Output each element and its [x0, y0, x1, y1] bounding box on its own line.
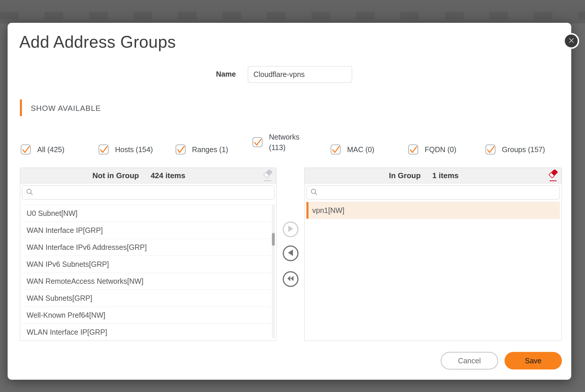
- list-item[interactable]: WAN IPv6 Subnets[GRP]: [22, 256, 275, 273]
- eraser-icon-red: [548, 178, 558, 183]
- eraser-icon: [262, 178, 273, 183]
- list-item[interactable]: Well-Known Pref64[NW]: [22, 307, 275, 324]
- scrollbar-track[interactable]: [272, 204, 275, 338]
- save-button[interactable]: Save: [505, 352, 562, 369]
- not-in-group-header: Not in Group 424 items: [20, 168, 276, 183]
- page-title: Add Address Groups: [19, 32, 176, 51]
- scrolled-row-sliver: [22, 200, 275, 205]
- clear-selection-button[interactable]: [262, 170, 273, 182]
- filter-label: Networks (113): [269, 132, 306, 153]
- list-item[interactable]: WAN Subnets[GRP]: [22, 290, 275, 307]
- panel-title: In Group: [389, 171, 421, 180]
- section-indicator-bar: [20, 99, 22, 116]
- filter-networks[interactable]: Networks (113): [253, 132, 306, 153]
- move-left-button[interactable]: [283, 245, 298, 261]
- filter-label: Ranges (1): [192, 144, 228, 155]
- screen: Add Address Groups Name SHOW AVAILABLE A…: [0, 0, 585, 392]
- filter-label: Hosts (154): [115, 144, 153, 155]
- close-button[interactable]: [563, 33, 579, 49]
- list-item[interactable]: WLAN Interface IP[GRP]: [22, 324, 275, 340]
- search-input[interactable]: [320, 185, 560, 200]
- filter-mac[interactable]: MAC (0): [331, 144, 374, 155]
- arrow-left-icon: [287, 249, 294, 257]
- filter-label: Groups (157): [502, 144, 545, 155]
- checkbox-checked-icon[interactable]: [253, 137, 263, 147]
- scrollbar-thumb[interactable]: [272, 233, 275, 246]
- checkbox-checked-icon[interactable]: [331, 145, 341, 154]
- filter-fqdn[interactable]: FQDN (0): [408, 144, 456, 155]
- in-group-panel: In Group 1 items: [304, 168, 562, 341]
- filter-label: MAC (0): [347, 144, 374, 155]
- filter-groups[interactable]: Groups (157): [486, 144, 545, 155]
- list-item[interactable]: U0 Subnet[NW]: [22, 205, 275, 222]
- checkbox-checked-icon[interactable]: [99, 145, 109, 154]
- filter-ranges[interactable]: Ranges (1): [176, 144, 228, 155]
- search-icon: [307, 188, 320, 197]
- list-item[interactable]: WAN Interface IP[GRP]: [22, 222, 275, 239]
- in-group-search: [306, 185, 560, 200]
- search-input[interactable]: [36, 185, 274, 200]
- checkbox-checked-icon[interactable]: [176, 145, 186, 154]
- list-item[interactable]: WAN Interface IPv6 Addresses[GRP]: [22, 239, 275, 256]
- double-arrow-left-icon: [287, 275, 294, 283]
- filter-hosts[interactable]: Hosts (154): [99, 144, 153, 155]
- in-group-header: In Group 1 items: [305, 168, 562, 183]
- filter-label: FQDN (0): [425, 144, 456, 155]
- search-icon: [22, 188, 36, 197]
- checkbox-checked-icon[interactable]: [486, 145, 495, 154]
- move-all-left-button[interactable]: [283, 271, 298, 287]
- overlay-background-blobs: [0, 12, 585, 19]
- clear-group-button[interactable]: [548, 170, 558, 182]
- panel-count: 424 items: [151, 171, 186, 180]
- list-item-selected[interactable]: vpn1[NW]: [306, 202, 560, 219]
- name-label: Name: [183, 70, 236, 78]
- close-icon: [568, 37, 575, 45]
- add-address-groups-dialog: Add Address Groups Name SHOW AVAILABLE A…: [8, 23, 571, 380]
- not-in-group-panel: Not in Group 424 items: [20, 168, 277, 341]
- cancel-button[interactable]: Cancel: [441, 352, 498, 369]
- panel-title: Not in Group: [92, 171, 139, 180]
- section-title: SHOW AVAILABLE: [31, 104, 101, 113]
- name-input[interactable]: [248, 66, 352, 83]
- arrow-right-icon: [287, 225, 294, 233]
- checkbox-checked-icon[interactable]: [408, 145, 418, 154]
- filter-all[interactable]: All (425): [21, 144, 64, 155]
- filter-label: All (425): [37, 144, 64, 155]
- list-item[interactable]: WAN RemoteAccess Networks[NW]: [22, 273, 275, 290]
- not-in-group-search: [22, 185, 275, 200]
- move-right-button[interactable]: [283, 221, 298, 237]
- panel-count: 1 items: [432, 171, 459, 180]
- checkbox-checked-icon[interactable]: [21, 145, 31, 154]
- in-group-list: vpn1[NW]: [306, 200, 560, 340]
- not-in-group-list: U0 Subnet[NW] WAN Interface IP[GRP] WAN …: [22, 200, 275, 340]
